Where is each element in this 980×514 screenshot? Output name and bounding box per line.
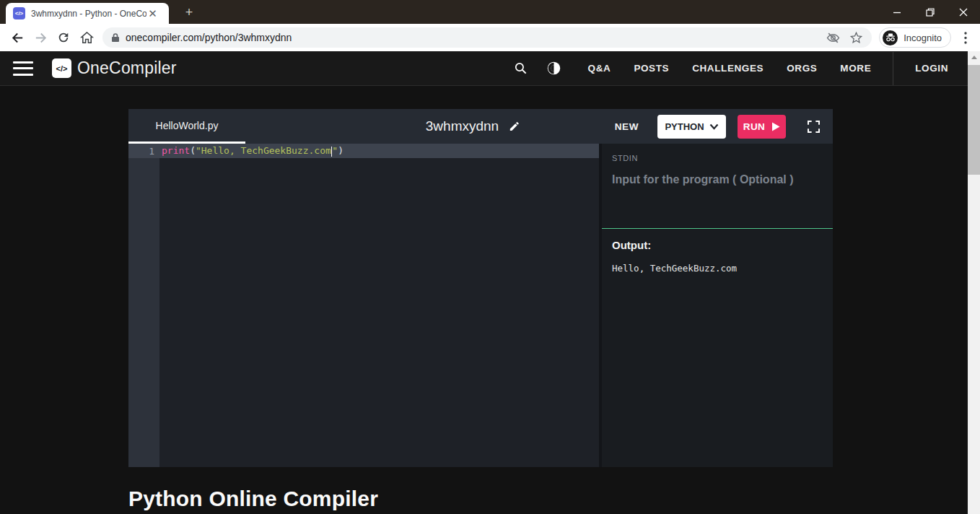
close-window-button[interactable] bbox=[947, 0, 980, 24]
nav-more[interactable]: MORE bbox=[840, 63, 871, 74]
incognito-label: Incognito bbox=[904, 32, 942, 43]
playground-toolbar: HelloWorld.py 3whmxydnn NEW PYTHON RUN bbox=[128, 109, 833, 144]
header-divider bbox=[893, 52, 893, 85]
lock-icon bbox=[111, 32, 120, 43]
address-bar[interactable]: onecompiler.com/python/3whmxydnn bbox=[102, 27, 872, 48]
active-code-line[interactable]: 1 print("Hello, TechGeekBuzz.com") bbox=[128, 144, 599, 158]
page-content: </> OneCompiler Q&A POSTS CHALLENGES ORG… bbox=[0, 51, 980, 514]
new-tab-button[interactable]: + bbox=[182, 5, 196, 19]
bookmark-star-icon[interactable] bbox=[847, 29, 865, 46]
playground-title: 3whmxydnn bbox=[426, 118, 499, 134]
token-paren-close: ) bbox=[338, 145, 344, 156]
scrollbar-thumb[interactable] bbox=[968, 65, 980, 175]
new-button[interactable]: NEW bbox=[615, 121, 639, 132]
theme-toggle-icon[interactable] bbox=[543, 58, 565, 79]
restore-button[interactable] bbox=[914, 0, 947, 24]
line-number: 1 bbox=[128, 146, 154, 157]
scrollbar-up-arrow[interactable] bbox=[971, 56, 977, 59]
browser-toolbar: onecompiler.com/python/3whmxydnn Incogni… bbox=[0, 24, 980, 51]
output-text: Hello, TechGeekBuzz.com bbox=[612, 263, 823, 274]
code-editor[interactable]: 1 print("Hello, TechGeekBuzz.com") bbox=[128, 144, 599, 467]
language-select-value: PYTHON bbox=[665, 121, 704, 132]
minimize-button[interactable] bbox=[880, 0, 914, 24]
onecompiler-logo-icon[interactable]: </> bbox=[52, 58, 71, 78]
token-string-close: " bbox=[332, 145, 338, 156]
code-playground: HelloWorld.py 3whmxydnn NEW PYTHON RUN bbox=[128, 109, 833, 467]
forward-button[interactable] bbox=[30, 27, 51, 48]
incognito-icon bbox=[883, 30, 898, 45]
nav-challenges[interactable]: CHALLENGES bbox=[692, 63, 764, 74]
io-panel: STDIN Input for the program ( Optional )… bbox=[602, 144, 833, 467]
tab-close-icon[interactable]: ✕ bbox=[146, 7, 159, 19]
play-icon bbox=[771, 122, 780, 131]
search-icon[interactable] bbox=[510, 58, 532, 79]
code-text: print("Hello, TechGeekBuzz.com") bbox=[162, 145, 344, 157]
eye-off-icon[interactable] bbox=[824, 29, 841, 46]
header-right: Q&A POSTS CHALLENGES ORGS MORE LOGIN bbox=[510, 52, 967, 85]
fullscreen-icon[interactable] bbox=[808, 121, 820, 133]
brand-name[interactable]: OneCompiler bbox=[77, 58, 177, 78]
home-button[interactable] bbox=[76, 27, 97, 48]
stdin-label: STDIN bbox=[612, 154, 823, 162]
browser-menu-icon[interactable] bbox=[957, 29, 974, 46]
chevron-down-icon bbox=[709, 123, 719, 130]
editor-gutter bbox=[128, 144, 159, 467]
back-button[interactable] bbox=[7, 27, 27, 48]
window-controls bbox=[880, 0, 980, 24]
menu-hamburger-icon[interactable] bbox=[13, 61, 33, 76]
token-keyword: print bbox=[162, 145, 190, 156]
nav-qa[interactable]: Q&A bbox=[588, 63, 611, 74]
page-title: Python Online Compiler bbox=[128, 487, 980, 511]
token-paren-open: ( bbox=[190, 145, 196, 156]
output-label: Output: bbox=[612, 239, 823, 251]
url-text[interactable]: onecompiler.com/python/3whmxydnn bbox=[126, 32, 818, 43]
reload-button[interactable] bbox=[53, 27, 74, 48]
browser-tab[interactable]: </> 3whmxydnn - Python - OneComp ✕ bbox=[6, 3, 169, 24]
nav-orgs[interactable]: ORGS bbox=[787, 63, 817, 74]
login-button[interactable]: LOGIN bbox=[915, 63, 948, 74]
run-label: RUN bbox=[743, 121, 765, 132]
language-select[interactable]: PYTHON bbox=[657, 115, 726, 139]
token-string: "Hello, TechGeekBuzz.com bbox=[196, 145, 331, 156]
page-scrollbar[interactable] bbox=[968, 51, 980, 514]
playground-body: 1 print("Hello, TechGeekBuzz.com") STDIN… bbox=[128, 144, 833, 467]
tab-title: 3whmxydnn - Python - OneComp bbox=[31, 9, 146, 19]
output-section: Output: Hello, TechGeekBuzz.com bbox=[602, 229, 833, 284]
stdin-input[interactable]: STDIN Input for the program ( Optional ) bbox=[602, 144, 833, 229]
site-header: </> OneCompiler Q&A POSTS CHALLENGES ORG… bbox=[0, 51, 980, 86]
file-tab-helloworld[interactable]: HelloWorld.py bbox=[128, 109, 245, 144]
stdin-placeholder: Input for the program ( Optional ) bbox=[612, 173, 823, 186]
run-button[interactable]: RUN bbox=[738, 115, 786, 139]
site-favicon-icon: </> bbox=[13, 7, 25, 19]
edit-title-icon[interactable] bbox=[509, 121, 520, 132]
incognito-badge: Incognito bbox=[879, 27, 951, 48]
browser-titlebar: </> 3whmxydnn - Python - OneComp ✕ + bbox=[0, 0, 980, 24]
playground-actions: NEW PYTHON RUN bbox=[615, 115, 833, 139]
nav-posts[interactable]: POSTS bbox=[634, 63, 669, 74]
